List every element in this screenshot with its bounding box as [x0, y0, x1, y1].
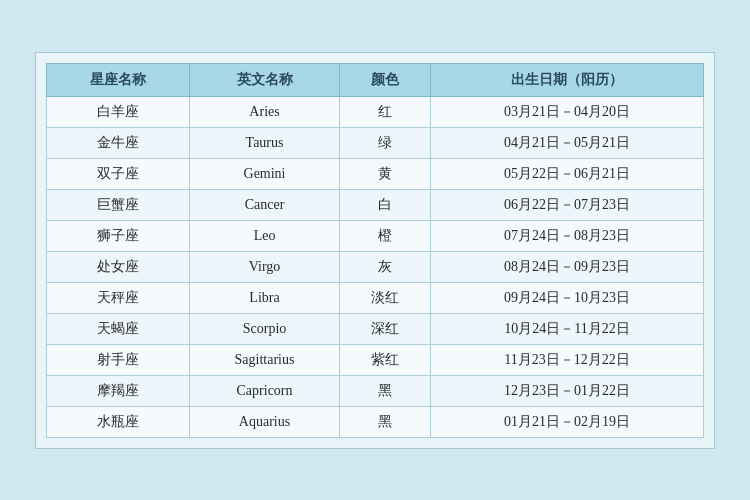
- table-cell: Virgo: [189, 251, 339, 282]
- table-cell: 双子座: [47, 158, 190, 189]
- table-cell: 摩羯座: [47, 375, 190, 406]
- table-cell: 金牛座: [47, 127, 190, 158]
- table-row: 摩羯座Capricorn黑12月23日－01月22日: [47, 375, 704, 406]
- table-cell: 绿: [340, 127, 431, 158]
- table-cell: 巨蟹座: [47, 189, 190, 220]
- table-cell: Aries: [189, 96, 339, 127]
- table-cell: Capricorn: [189, 375, 339, 406]
- table-cell: 01月21日－02月19日: [431, 406, 704, 437]
- table-cell: 白: [340, 189, 431, 220]
- table-row: 金牛座Taurus绿04月21日－05月21日: [47, 127, 704, 158]
- table-row: 射手座Sagittarius紫红11月23日－12月22日: [47, 344, 704, 375]
- table-cell: 天蝎座: [47, 313, 190, 344]
- table-cell: Leo: [189, 220, 339, 251]
- col-header-date: 出生日期（阳历）: [431, 63, 704, 96]
- col-header-color: 颜色: [340, 63, 431, 96]
- table-cell: 天秤座: [47, 282, 190, 313]
- main-container: 星座名称 英文名称 颜色 出生日期（阳历） 白羊座Aries红03月21日－04…: [35, 52, 715, 449]
- table-row: 天蝎座Scorpio深红10月24日－11月22日: [47, 313, 704, 344]
- table-cell: 白羊座: [47, 96, 190, 127]
- table-cell: 灰: [340, 251, 431, 282]
- table-cell: Sagittarius: [189, 344, 339, 375]
- table-cell: 04月21日－05月21日: [431, 127, 704, 158]
- table-row: 天秤座Libra淡红09月24日－10月23日: [47, 282, 704, 313]
- col-header-english: 英文名称: [189, 63, 339, 96]
- table-cell: 10月24日－11月22日: [431, 313, 704, 344]
- table-cell: 03月21日－04月20日: [431, 96, 704, 127]
- table-cell: 红: [340, 96, 431, 127]
- table-cell: 黄: [340, 158, 431, 189]
- table-cell: 05月22日－06月21日: [431, 158, 704, 189]
- table-row: 双子座Gemini黄05月22日－06月21日: [47, 158, 704, 189]
- table-cell: 处女座: [47, 251, 190, 282]
- table-cell: 深红: [340, 313, 431, 344]
- table-cell: 黑: [340, 375, 431, 406]
- table-row: 白羊座Aries红03月21日－04月20日: [47, 96, 704, 127]
- table-cell: Libra: [189, 282, 339, 313]
- table-cell: 紫红: [340, 344, 431, 375]
- table-header-row: 星座名称 英文名称 颜色 出生日期（阳历）: [47, 63, 704, 96]
- table-row: 狮子座Leo橙07月24日－08月23日: [47, 220, 704, 251]
- table-cell: 黑: [340, 406, 431, 437]
- table-cell: 11月23日－12月22日: [431, 344, 704, 375]
- table-cell: 狮子座: [47, 220, 190, 251]
- table-cell: 淡红: [340, 282, 431, 313]
- table-cell: 橙: [340, 220, 431, 251]
- col-header-chinese: 星座名称: [47, 63, 190, 96]
- table-cell: Aquarius: [189, 406, 339, 437]
- table-cell: 射手座: [47, 344, 190, 375]
- table-cell: Taurus: [189, 127, 339, 158]
- table-row: 巨蟹座Cancer白06月22日－07月23日: [47, 189, 704, 220]
- table-cell: 水瓶座: [47, 406, 190, 437]
- table-cell: 12月23日－01月22日: [431, 375, 704, 406]
- table-cell: Scorpio: [189, 313, 339, 344]
- table-cell: Cancer: [189, 189, 339, 220]
- table-cell: 09月24日－10月23日: [431, 282, 704, 313]
- table-cell: 06月22日－07月23日: [431, 189, 704, 220]
- table-cell: Gemini: [189, 158, 339, 189]
- table-row: 水瓶座Aquarius黑01月21日－02月19日: [47, 406, 704, 437]
- table-row: 处女座Virgo灰08月24日－09月23日: [47, 251, 704, 282]
- table-cell: 08月24日－09月23日: [431, 251, 704, 282]
- zodiac-table: 星座名称 英文名称 颜色 出生日期（阳历） 白羊座Aries红03月21日－04…: [46, 63, 704, 438]
- table-cell: 07月24日－08月23日: [431, 220, 704, 251]
